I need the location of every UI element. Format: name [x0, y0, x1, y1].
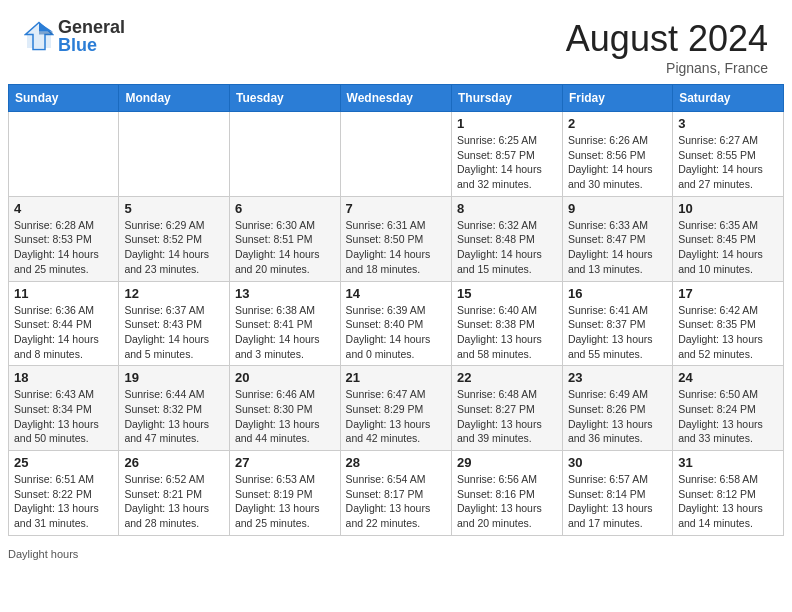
week-row-5: 25Sunrise: 6:51 AM Sunset: 8:22 PM Dayli… [9, 451, 784, 536]
day-header-tuesday: Tuesday [229, 85, 340, 112]
calendar-cell: 9Sunrise: 6:33 AM Sunset: 8:47 PM Daylig… [562, 196, 672, 281]
logo-general-text: General [58, 18, 125, 36]
calendar-cell: 11Sunrise: 6:36 AM Sunset: 8:44 PM Dayli… [9, 281, 119, 366]
day-number: 24 [678, 370, 778, 385]
day-info: Sunrise: 6:30 AM Sunset: 8:51 PM Dayligh… [235, 218, 335, 277]
calendar-cell: 16Sunrise: 6:41 AM Sunset: 8:37 PM Dayli… [562, 281, 672, 366]
day-number: 22 [457, 370, 557, 385]
calendar-cell: 23Sunrise: 6:49 AM Sunset: 8:26 PM Dayli… [562, 366, 672, 451]
day-header-sunday: Sunday [9, 85, 119, 112]
month-title: August 2024 [566, 18, 768, 60]
day-number: 12 [124, 286, 224, 301]
day-info: Sunrise: 6:27 AM Sunset: 8:55 PM Dayligh… [678, 133, 778, 192]
calendar-cell: 10Sunrise: 6:35 AM Sunset: 8:45 PM Dayli… [673, 196, 784, 281]
day-info: Sunrise: 6:57 AM Sunset: 8:14 PM Dayligh… [568, 472, 667, 531]
calendar-cell: 25Sunrise: 6:51 AM Sunset: 8:22 PM Dayli… [9, 451, 119, 536]
day-info: Sunrise: 6:28 AM Sunset: 8:53 PM Dayligh… [14, 218, 113, 277]
day-info: Sunrise: 6:36 AM Sunset: 8:44 PM Dayligh… [14, 303, 113, 362]
svg-marker-3 [39, 32, 53, 35]
page-header: General Blue August 2024 Pignans, France [0, 0, 792, 84]
day-number: 1 [457, 116, 557, 131]
day-number: 18 [14, 370, 113, 385]
day-number: 5 [124, 201, 224, 216]
daylight-label: Daylight hours [8, 548, 78, 560]
day-info: Sunrise: 6:43 AM Sunset: 8:34 PM Dayligh… [14, 387, 113, 446]
day-number: 6 [235, 201, 335, 216]
calendar-cell: 24Sunrise: 6:50 AM Sunset: 8:24 PM Dayli… [673, 366, 784, 451]
calendar-cell [229, 112, 340, 197]
day-info: Sunrise: 6:48 AM Sunset: 8:27 PM Dayligh… [457, 387, 557, 446]
calendar-cell: 14Sunrise: 6:39 AM Sunset: 8:40 PM Dayli… [340, 281, 451, 366]
day-number: 27 [235, 455, 335, 470]
day-number: 28 [346, 455, 446, 470]
location: Pignans, France [566, 60, 768, 76]
day-number: 7 [346, 201, 446, 216]
day-info: Sunrise: 6:32 AM Sunset: 8:48 PM Dayligh… [457, 218, 557, 277]
day-info: Sunrise: 6:54 AM Sunset: 8:17 PM Dayligh… [346, 472, 446, 531]
day-info: Sunrise: 6:41 AM Sunset: 8:37 PM Dayligh… [568, 303, 667, 362]
week-row-1: 1Sunrise: 6:25 AM Sunset: 8:57 PM Daylig… [9, 112, 784, 197]
title-block: August 2024 Pignans, France [566, 18, 768, 76]
day-number: 13 [235, 286, 335, 301]
calendar-cell: 13Sunrise: 6:38 AM Sunset: 8:41 PM Dayli… [229, 281, 340, 366]
calendar-cell: 18Sunrise: 6:43 AM Sunset: 8:34 PM Dayli… [9, 366, 119, 451]
day-number: 19 [124, 370, 224, 385]
day-number: 11 [14, 286, 113, 301]
calendar-cell: 2Sunrise: 6:26 AM Sunset: 8:56 PM Daylig… [562, 112, 672, 197]
day-number: 9 [568, 201, 667, 216]
calendar-cell: 22Sunrise: 6:48 AM Sunset: 8:27 PM Dayli… [452, 366, 563, 451]
day-info: Sunrise: 6:29 AM Sunset: 8:52 PM Dayligh… [124, 218, 224, 277]
day-info: Sunrise: 6:38 AM Sunset: 8:41 PM Dayligh… [235, 303, 335, 362]
day-number: 31 [678, 455, 778, 470]
calendar-cell [340, 112, 451, 197]
day-number: 8 [457, 201, 557, 216]
calendar-cell: 17Sunrise: 6:42 AM Sunset: 8:35 PM Dayli… [673, 281, 784, 366]
day-header-monday: Monday [119, 85, 230, 112]
day-number: 26 [124, 455, 224, 470]
day-info: Sunrise: 6:56 AM Sunset: 8:16 PM Dayligh… [457, 472, 557, 531]
calendar-container: SundayMondayTuesdayWednesdayThursdayFrid… [0, 84, 792, 544]
calendar-cell: 30Sunrise: 6:57 AM Sunset: 8:14 PM Dayli… [562, 451, 672, 536]
day-info: Sunrise: 6:26 AM Sunset: 8:56 PM Dayligh… [568, 133, 667, 192]
calendar-cell: 1Sunrise: 6:25 AM Sunset: 8:57 PM Daylig… [452, 112, 563, 197]
day-info: Sunrise: 6:40 AM Sunset: 8:38 PM Dayligh… [457, 303, 557, 362]
day-number: 3 [678, 116, 778, 131]
day-number: 23 [568, 370, 667, 385]
day-header-friday: Friday [562, 85, 672, 112]
logo-icon [24, 21, 54, 51]
logo-text: General Blue [58, 18, 125, 54]
calendar-cell: 6Sunrise: 6:30 AM Sunset: 8:51 PM Daylig… [229, 196, 340, 281]
day-number: 20 [235, 370, 335, 385]
header-row: SundayMondayTuesdayWednesdayThursdayFrid… [9, 85, 784, 112]
calendar-cell: 4Sunrise: 6:28 AM Sunset: 8:53 PM Daylig… [9, 196, 119, 281]
day-header-saturday: Saturday [673, 85, 784, 112]
day-info: Sunrise: 6:33 AM Sunset: 8:47 PM Dayligh… [568, 218, 667, 277]
day-number: 29 [457, 455, 557, 470]
calendar-cell: 31Sunrise: 6:58 AM Sunset: 8:12 PM Dayli… [673, 451, 784, 536]
day-info: Sunrise: 6:49 AM Sunset: 8:26 PM Dayligh… [568, 387, 667, 446]
week-row-4: 18Sunrise: 6:43 AM Sunset: 8:34 PM Dayli… [9, 366, 784, 451]
day-number: 30 [568, 455, 667, 470]
day-header-wednesday: Wednesday [340, 85, 451, 112]
day-info: Sunrise: 6:25 AM Sunset: 8:57 PM Dayligh… [457, 133, 557, 192]
week-row-2: 4Sunrise: 6:28 AM Sunset: 8:53 PM Daylig… [9, 196, 784, 281]
day-info: Sunrise: 6:58 AM Sunset: 8:12 PM Dayligh… [678, 472, 778, 531]
day-info: Sunrise: 6:53 AM Sunset: 8:19 PM Dayligh… [235, 472, 335, 531]
day-number: 15 [457, 286, 557, 301]
footer: Daylight hours [0, 544, 792, 568]
day-number: 16 [568, 286, 667, 301]
calendar-cell [119, 112, 230, 197]
day-info: Sunrise: 6:39 AM Sunset: 8:40 PM Dayligh… [346, 303, 446, 362]
day-info: Sunrise: 6:47 AM Sunset: 8:29 PM Dayligh… [346, 387, 446, 446]
day-info: Sunrise: 6:51 AM Sunset: 8:22 PM Dayligh… [14, 472, 113, 531]
calendar-cell: 7Sunrise: 6:31 AM Sunset: 8:50 PM Daylig… [340, 196, 451, 281]
day-info: Sunrise: 6:52 AM Sunset: 8:21 PM Dayligh… [124, 472, 224, 531]
calendar-cell: 28Sunrise: 6:54 AM Sunset: 8:17 PM Dayli… [340, 451, 451, 536]
day-info: Sunrise: 6:37 AM Sunset: 8:43 PM Dayligh… [124, 303, 224, 362]
day-header-thursday: Thursday [452, 85, 563, 112]
day-info: Sunrise: 6:50 AM Sunset: 8:24 PM Dayligh… [678, 387, 778, 446]
day-number: 2 [568, 116, 667, 131]
day-info: Sunrise: 6:46 AM Sunset: 8:30 PM Dayligh… [235, 387, 335, 446]
calendar-cell: 29Sunrise: 6:56 AM Sunset: 8:16 PM Dayli… [452, 451, 563, 536]
day-number: 14 [346, 286, 446, 301]
